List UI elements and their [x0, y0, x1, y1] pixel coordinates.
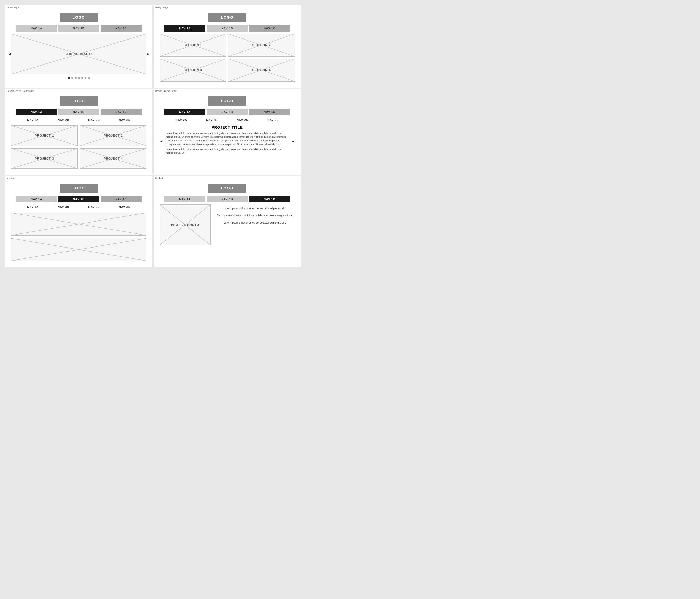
contact-logo: LOGO — [208, 184, 246, 193]
project-4[interactable]: PROJECT 4 — [80, 148, 146, 169]
project-detail-content: ◄ Lorem ipsum dolor sit amet, consectetu… — [160, 132, 295, 155]
int-nav1b[interactable]: NAV 1B — [58, 196, 99, 202]
pd-nav1c[interactable]: NAV 1C — [249, 109, 290, 115]
profile-photo: PROFILE PHOTO — [160, 204, 210, 245]
detail-left-arrow[interactable]: ◄ — [160, 139, 163, 143]
project-thumbnails-nav1-row: NAV 1A NAV 1B NAV 1C — [11, 109, 146, 115]
section-1: SECTION 1 — [160, 34, 226, 57]
project-4-label: PROJECT 4 — [80, 157, 146, 160]
interests-logo: LOGO — [60, 184, 98, 193]
int-nav1c[interactable]: NAV 1C — [101, 196, 142, 202]
dot-4[interactable] — [78, 77, 80, 79]
slideshow-left-arrow[interactable]: ◄ — [8, 52, 12, 56]
project-2[interactable]: PROJECT 2 — [80, 125, 146, 146]
svg-line-18 — [11, 213, 146, 235]
interest-image-2 — [11, 238, 146, 261]
section-2-label: SECTION 2 — [228, 43, 295, 47]
design-nav1a[interactable]: NAV 1A — [165, 25, 205, 32]
section-1-label: SECTION 1 — [160, 43, 226, 47]
pt-nav2c[interactable]: NAV 2C — [79, 117, 109, 122]
design-sections: SECTION 1 SECTION 2 SECTION 3 — [160, 34, 295, 82]
pt-nav2b[interactable]: NAV 2B — [48, 117, 79, 122]
project-2-label: PROJECT 2 — [80, 134, 146, 137]
contact-text2: Sed do eiusmod empor incididunt ut labor… — [215, 214, 295, 218]
int-nav3b[interactable]: NAV 3B — [48, 204, 79, 210]
int-nav1a[interactable]: NAV 1A — [16, 196, 57, 202]
dot-1[interactable] — [68, 77, 70, 79]
pt-nav1b[interactable]: NAV 1B — [58, 109, 99, 115]
design-panel: Design Page LOGO NAV 1A NAV 1B NAV 1C SE… — [153, 5, 301, 88]
project-1[interactable]: PROJECT 1 — [11, 125, 77, 146]
svg-line-19 — [11, 213, 146, 235]
interests-images — [11, 213, 146, 261]
pd-nav1b[interactable]: NAV 1B — [207, 109, 248, 115]
project-thumbnails-label: Design Project Thumbnails — [7, 90, 34, 92]
project-thumbnails-logo: LOGO — [60, 96, 98, 106]
dot-5[interactable] — [81, 77, 83, 79]
contact-text1: Lorem ipsum dolor sit amet, consectetur … — [215, 206, 295, 211]
slideshow-label: SLIDING IMAGE1 — [11, 52, 146, 56]
contact-layout: PROFILE PHOTO Lorem ipsum dolor sit amet… — [160, 204, 295, 245]
svg-line-20 — [11, 238, 146, 261]
pt-nav2d[interactable]: NAV 2D — [109, 117, 140, 122]
contact-panel: Contact LOGO NAV 1A NAV 1B NAV 1C PROFIL… — [153, 176, 301, 267]
project-3[interactable]: PROJECT 3 — [11, 148, 77, 169]
pd-nav2c[interactable]: NAV 2C — [227, 117, 258, 122]
home-logo: LOGO — [60, 13, 98, 22]
home-panel-label: Home Page — [7, 6, 19, 9]
slideshow-dots — [11, 77, 146, 79]
pd-nav2a[interactable]: NAV 2A — [166, 117, 197, 122]
svg-line-21 — [11, 238, 146, 261]
design-logo: LOGO — [208, 13, 246, 22]
interests-panel-label: Interests — [7, 177, 16, 179]
section-3-label: SECTION 3 — [160, 68, 226, 72]
pd-nav1a[interactable]: NAV 1A — [165, 109, 205, 115]
pd-nav2b[interactable]: NAV 2B — [197, 117, 227, 122]
design-panel-label: Design Page — [155, 6, 168, 9]
section-4: SECTION 4 — [228, 59, 295, 82]
profile-photo-label: PROFILE PHOTO — [160, 223, 210, 227]
int-nav3c[interactable]: NAV 3C — [79, 204, 109, 210]
detail-right-arrow[interactable]: ► — [291, 139, 295, 143]
project-1-label: PROJECT 1 — [11, 134, 77, 137]
pt-nav1a[interactable]: NAV 1A — [16, 109, 57, 115]
project-detail-text1: Lorem ipsum dolor sit amet, consectetur … — [166, 132, 289, 146]
slideshow-right-arrow[interactable]: ► — [146, 52, 150, 56]
dot-2[interactable] — [71, 77, 73, 79]
home-panel: Home Page LOGO NAV 1A NAV 1B NAV 1C ◄ SL… — [5, 5, 152, 88]
con-nav1a[interactable]: NAV 1A — [165, 196, 205, 202]
home-nav1-row: NAV 1A NAV 1B NAV 1C — [11, 25, 146, 32]
design-nav1c[interactable]: NAV 1C — [249, 25, 290, 32]
project-3-label: PROJECT 3 — [11, 157, 77, 160]
pd-nav2d[interactable]: NAV 2D — [258, 117, 289, 122]
project-details-label: Design Project Details — [155, 90, 178, 92]
contact-text3: Lorem ipsum dolor sit amet, consectetur … — [215, 221, 295, 225]
contact-panel-label: Contact — [155, 177, 163, 179]
project-title: PROJECT TITLE — [160, 125, 295, 129]
project-detail-text2: Lorem ipsum dolor sit amet, consectetur … — [166, 148, 289, 155]
home-nav1a[interactable]: NAV 1A — [16, 25, 57, 32]
home-nav1b[interactable]: NAV 1B — [58, 25, 99, 32]
home-slideshow: ◄ SLIDING IMAGE1 ► — [11, 34, 146, 74]
interests-panel: Interests LOGO NAV 1A NAV 1B NAV 1C NAV … — [5, 176, 152, 267]
dot-3[interactable] — [75, 77, 76, 79]
slideshow-image: SLIDING IMAGE1 — [11, 34, 146, 74]
design-nav1b[interactable]: NAV 1B — [207, 25, 248, 32]
section-2: SECTION 2 — [228, 34, 295, 57]
int-nav3a[interactable]: NAV 3A — [18, 204, 48, 210]
design-nav1-row: NAV 1A NAV 1B NAV 1C — [160, 25, 295, 32]
pt-nav2a[interactable]: NAV 2A — [18, 117, 48, 122]
dot-7[interactable] — [88, 77, 90, 79]
contact-text-block: Lorem ipsum dolor sit amet, consectetur … — [215, 204, 295, 228]
con-nav1c[interactable]: NAV 1C — [249, 196, 290, 202]
int-nav3d[interactable]: NAV 3D — [109, 204, 140, 210]
project-details-logo: LOGO — [208, 96, 246, 106]
pt-nav1c[interactable]: NAV 1C — [101, 109, 142, 115]
con-nav1b[interactable]: NAV 1B — [207, 196, 248, 202]
project-details-panel: Design Project Details LOGO NAV 1A NAV 1… — [153, 89, 301, 175]
dot-6[interactable] — [85, 77, 86, 79]
section-3: SECTION 3 — [160, 59, 226, 82]
interests-nav3-row: NAV 3A NAV 3B NAV 3C NAV 3D — [11, 204, 146, 210]
project-thumbnails-nav2-row: NAV 2A NAV 2B NAV 2C NAV 2D — [11, 117, 146, 122]
home-nav1c[interactable]: NAV 1C — [101, 25, 142, 32]
